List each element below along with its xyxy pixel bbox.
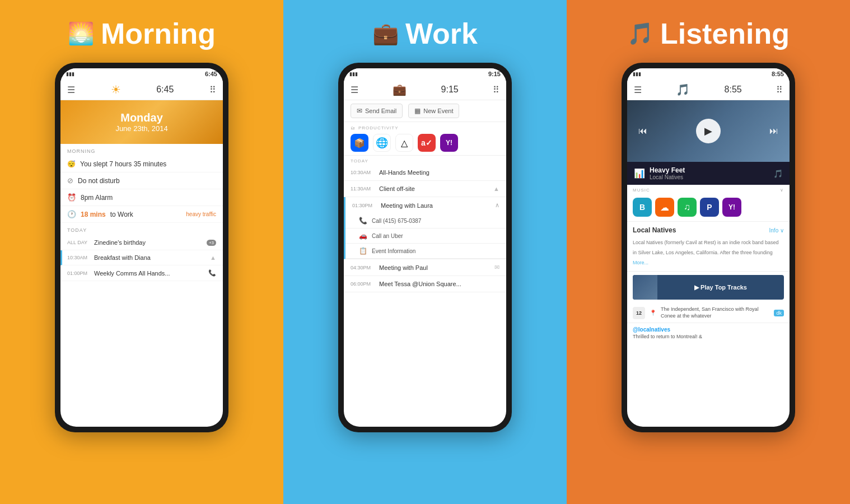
work-panel: 💼 Work ▮▮▮ 9:15 ☰ 💼 9:15 ⠿ ✉ Send Email bbox=[283, 0, 567, 504]
work-menu-icon[interactable]: ☰ bbox=[351, 85, 358, 95]
prev-track-button[interactable]: ⏮ bbox=[638, 126, 647, 136]
concert-event-card[interactable]: 12 📍 The Independent, San Francisco with… bbox=[627, 303, 790, 323]
yahoo-music-icon[interactable]: Y! bbox=[722, 198, 741, 217]
all-hands-title: All-Hands Meeting bbox=[379, 169, 499, 176]
anydo-icon[interactable]: a✓ bbox=[418, 134, 436, 152]
play-pause-button[interactable]: ▶ bbox=[696, 119, 721, 143]
work-today-label: TODAY bbox=[344, 156, 506, 165]
morning-menu-icon[interactable]: ☰ bbox=[67, 85, 75, 95]
all-hands-event[interactable]: 10:30AM All-Hands Meeting bbox=[344, 165, 506, 181]
call-uber-subitem[interactable]: 🚗 Call an Uber bbox=[345, 228, 506, 244]
alarm-text: 8pm Alarm bbox=[81, 194, 113, 202]
morning-grid-icon[interactable]: ⠿ bbox=[209, 85, 216, 95]
listening-icon: 🎵 bbox=[627, 21, 653, 46]
dnd-item[interactable]: ⊘ Do not disturb bbox=[60, 172, 223, 189]
expand-icon[interactable]: ∧ bbox=[495, 202, 499, 209]
twitter-handle[interactable]: @localnatives bbox=[633, 326, 784, 333]
listening-grid-icon[interactable]: ⠿ bbox=[776, 85, 783, 95]
twitter-text: Thrilled to return to Montreal! & bbox=[633, 334, 784, 339]
chrome-icon[interactable]: 🌐 bbox=[373, 134, 391, 152]
weekly-phone-icon: 📞 bbox=[208, 269, 216, 277]
play-tracks-label[interactable]: ▶ Play Top Tracks bbox=[657, 284, 784, 291]
bandcamp-icon[interactable]: B bbox=[633, 198, 652, 217]
meeting-paul-title: Meeting with Paul bbox=[379, 264, 491, 271]
call-phone-text: Call (415) 675-0387 bbox=[372, 218, 421, 224]
work-status-time: 9:15 bbox=[488, 71, 501, 77]
listening-app-icon: 🎵 bbox=[676, 83, 690, 96]
morning-section-label: MORNING bbox=[60, 144, 223, 156]
send-email-button[interactable]: ✉ Send Email bbox=[351, 104, 403, 118]
meeting-paul-event[interactable]: 04:30PM Meeting with Paul ✉ bbox=[344, 259, 506, 276]
listening-menu-icon[interactable]: ☰ bbox=[634, 85, 642, 95]
track-name: Heavy Feet bbox=[650, 166, 769, 174]
meeting-paul-time: 04:30PM bbox=[351, 265, 376, 270]
dnd-icon: ⊘ bbox=[67, 176, 73, 185]
play-top-tracks-button[interactable]: ▶ Play Top Tracks bbox=[633, 275, 784, 300]
listening-status-bar: ▮▮▮ 8:55 bbox=[627, 68, 790, 80]
breakfast-nav-icon: ▲ bbox=[210, 254, 216, 261]
artist-info-section: Local Natives Info ∨ Local Natives (form… bbox=[627, 222, 790, 272]
event-info-icon: 📋 bbox=[359, 247, 367, 255]
listening-status-time: 8:55 bbox=[772, 71, 784, 77]
meet-tessa-event[interactable]: 06:00PM Meet Tessa @Union Square... bbox=[344, 276, 506, 292]
new-event-label: New Event bbox=[423, 108, 453, 114]
work-signal-icon: ▮▮▮ bbox=[349, 71, 358, 77]
listening-app-bar: ☰ 🎵 8:55 ⠿ bbox=[627, 80, 790, 100]
meeting-laura-header[interactable]: 01:30PM Meeting with Laura ∧ bbox=[345, 197, 506, 213]
sleep-item: 😴 You slept 7 hours 35 minutes bbox=[60, 156, 223, 172]
artist-more-link[interactable]: More... bbox=[633, 260, 648, 265]
birthday-item[interactable]: ALL DAY Zinedine's birthday +3 bbox=[60, 235, 223, 250]
birthday-title: Zinedine's birthday bbox=[94, 239, 203, 246]
sleep-text: You slept 7 hours 35 minutes bbox=[80, 160, 166, 168]
artist-info-toggle[interactable]: Info ∨ bbox=[769, 227, 784, 234]
send-email-icon: ✉ bbox=[357, 107, 362, 115]
music-note-icon[interactable]: 🎵 bbox=[773, 169, 783, 178]
listening-signal-icon: ▮▮▮ bbox=[633, 71, 641, 77]
drive-icon[interactable]: △ bbox=[395, 134, 413, 152]
call-phone-subitem[interactable]: 📞 Call (415) 675-0387 bbox=[345, 213, 506, 228]
weekly-item[interactable]: 01:00PM Weekly Comms All Hands... 📞 bbox=[60, 265, 223, 281]
work-app-bar: ☰ 💼 9:15 ⠿ bbox=[344, 80, 506, 100]
birthday-time: ALL DAY bbox=[67, 240, 91, 245]
listening-title-section: 🎵 Listening bbox=[627, 17, 790, 50]
morning-panel: 🌅 Morning ▮▮▮ 6:45 ☰ ☀ 6:45 ⠿ Monday Jun… bbox=[0, 0, 283, 504]
productivity-text: PRODUCTIVITY bbox=[358, 125, 399, 130]
all-hands-time: 10:30AM bbox=[351, 170, 376, 175]
paul-email-icon: ✉ bbox=[494, 264, 499, 271]
soundcloud-icon[interactable]: ☁ bbox=[655, 198, 674, 217]
client-offsite-time: 11:30AM bbox=[351, 186, 376, 192]
dnd-text: Do not disturb bbox=[78, 177, 120, 185]
new-event-button[interactable]: ▦ New Event bbox=[408, 104, 459, 118]
listening-phone: ▮▮▮ 8:55 ☰ 🎵 8:55 ⠿ ⏮ ▶ ⏭ 📊 bbox=[622, 63, 795, 432]
client-offsite-event[interactable]: 11:30AM Client off-site ▲ bbox=[344, 181, 506, 197]
dropbox-icon[interactable]: 📦 bbox=[351, 134, 368, 152]
work-time-display: 9:15 bbox=[441, 85, 459, 95]
event-info-text: Event Information bbox=[372, 248, 415, 254]
send-email-label: Send Email bbox=[365, 108, 396, 114]
music-apps: B ☁ ♫ P Y! bbox=[627, 195, 790, 222]
traffic-status: heavy traffic bbox=[186, 211, 216, 217]
traffic-clock-icon: 🕐 bbox=[67, 210, 76, 218]
pandora-icon[interactable]: P bbox=[700, 198, 719, 217]
morning-phone: ▮▮▮ 6:45 ☰ ☀ 6:45 ⠿ Monday June 23th, 20… bbox=[55, 63, 228, 432]
spotify-icon[interactable]: ♫ bbox=[678, 198, 697, 217]
meeting-laura-title: Meeting with Laura bbox=[381, 202, 492, 209]
listening-time-display: 8:55 bbox=[725, 85, 742, 95]
work-phone-inner: ▮▮▮ 9:15 ☰ 💼 9:15 ⠿ ✉ Send Email ▦ New E… bbox=[344, 68, 506, 427]
event-source-badge: dk bbox=[774, 310, 784, 316]
productivity-section: 🗂 PRODUCTIVITY 📦 🌐 △ a✓ Y! bbox=[344, 122, 506, 156]
alarm-item[interactable]: ⏰ 8pm Alarm bbox=[60, 189, 223, 206]
morning-signal-icon: ▮▮▮ bbox=[66, 71, 74, 77]
meeting-laura-event[interactable]: 01:30PM Meeting with Laura ∧ 📞 Call (415… bbox=[344, 197, 506, 259]
work-grid-icon[interactable]: ⠿ bbox=[493, 85, 499, 95]
traffic-text: to Work bbox=[110, 211, 133, 218]
work-status-bar: ▮▮▮ 9:15 bbox=[344, 68, 506, 80]
work-phone: ▮▮▮ 9:15 ☰ 💼 9:15 ⠿ ✉ Send Email ▦ New E… bbox=[338, 63, 512, 432]
event-info-subitem[interactable]: 📋 Event Information bbox=[345, 244, 506, 259]
traffic-item[interactable]: 🕐 18 mins to Work heavy traffic bbox=[60, 206, 223, 223]
morning-title-section: 🌅 Morning bbox=[68, 17, 216, 50]
next-track-button[interactable]: ⏭ bbox=[769, 126, 778, 136]
work-heading: Work bbox=[405, 17, 478, 50]
yahoo-icon[interactable]: Y! bbox=[440, 134, 458, 152]
breakfast-item[interactable]: 10:30AM Breakfast with Diana ▲ bbox=[60, 250, 223, 265]
